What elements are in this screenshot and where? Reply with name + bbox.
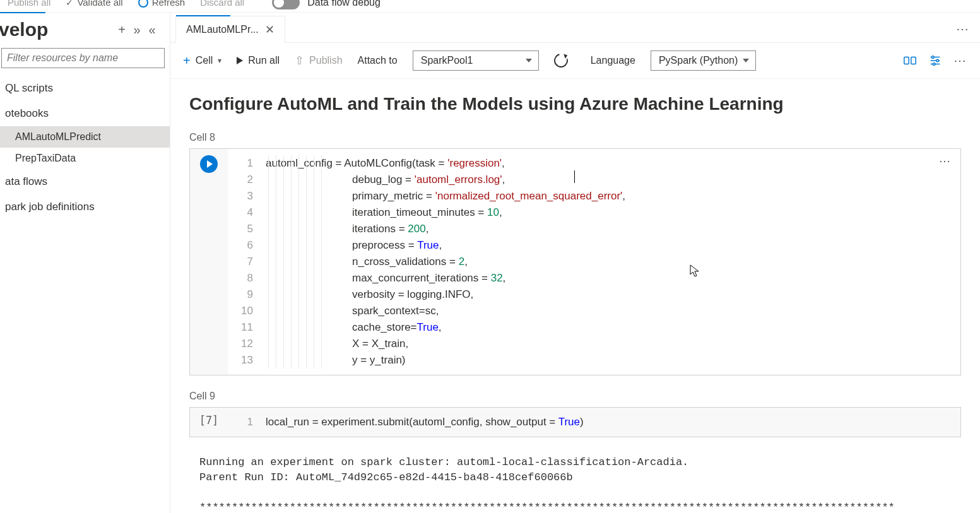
notebook-heading: Configure AutoML and Train the Models us… [189, 94, 961, 114]
code-line: 12 X = X_train, [238, 336, 950, 352]
code-editor-9[interactable]: 1local_run = experiment.submit(automl_co… [228, 408, 960, 437]
exec-count-9: [7] [199, 414, 219, 427]
tab-close-icon[interactable]: ✕ [265, 23, 275, 37]
code-line: 9 verbosity = logging.INFO, [238, 286, 950, 303]
tab-label: AMLautoMLPr... [186, 24, 259, 35]
notebook-body: Configure AutoML and Train the Models us… [170, 79, 980, 513]
language-label: Language [591, 55, 635, 66]
code-line: 3 primary_metric = 'normalized_root_mean… [238, 188, 950, 204]
notebook-more-button[interactable]: ⋯ [953, 53, 967, 68]
tab-automl[interactable]: AMLautoMLPr... ✕ [175, 16, 285, 43]
svg-point-7 [933, 63, 935, 66]
play-icon [237, 57, 243, 64]
code-line: 8 max_concurrent_iterations = 32, [238, 270, 950, 286]
svg-rect-0 [904, 57, 909, 64]
cell-8-more-button[interactable]: ⋯ [939, 154, 952, 168]
code-editor-8[interactable]: ⋯ 1automl_config = AutoMLConfig(task = '… [228, 149, 960, 375]
notebook-toolbar: + Cell ▾ Run all ⇧ Publish Attach to Spa… [170, 43, 980, 79]
tree-spark-jobs[interactable]: park job definitions [0, 194, 170, 220]
tree-data-flows[interactable]: ata flows [0, 169, 170, 194]
publish-notebook-button[interactable]: ⇧ Publish [295, 54, 342, 68]
run-all-button[interactable]: Run all [237, 55, 280, 66]
tab-bar: AMLautoMLPr... ✕ ⋯ [170, 13, 980, 43]
cell-output: Running an experiment on spark cluster: … [189, 452, 961, 513]
refresh-button[interactable]: Refresh [138, 0, 186, 8]
command-bar: Publish all ✓Validate all Refresh Discar… [0, 0, 980, 13]
add-cell-button[interactable]: + Cell ▾ [183, 54, 221, 68]
validate-all-button[interactable]: ✓Validate all [66, 0, 122, 8]
tabs-more-button[interactable]: ⋯ [956, 21, 970, 37]
session-refresh-icon[interactable] [552, 51, 570, 70]
svg-point-6 [936, 59, 939, 62]
code-line: 5 iterations = 200, [238, 221, 950, 237]
spark-pool-select[interactable]: SparkPool1 [413, 50, 539, 71]
upload-icon: ⇧ [295, 54, 304, 68]
code-line: 2 debug_log = 'automl_errors.log', [238, 172, 950, 188]
code-line: 13 y = y_train) [238, 352, 950, 369]
debug-label: Data flow debug [307, 0, 381, 8]
code-cell-8[interactable]: ⋯ 1automl_config = AutoMLConfig(task = '… [189, 148, 961, 375]
settings-icon[interactable] [928, 54, 942, 68]
tab-progress-bar [176, 15, 230, 16]
tree-sql-scripts[interactable]: QL scripts [0, 76, 170, 101]
code-line: 11 cache_store=True, [238, 319, 950, 336]
code-line: 6 preprocess = True, [238, 237, 950, 254]
chevron-down-icon: ▾ [218, 56, 221, 65]
collapse-sidebar-icon[interactable]: « [145, 22, 160, 37]
code-line: 1local_run = experiment.submit(automl_co… [238, 414, 950, 430]
add-resource-button[interactable]: + [114, 22, 129, 37]
filter-input[interactable] [1, 48, 165, 68]
plus-icon: + [183, 54, 191, 68]
language-select[interactable]: PySpark (Python) [651, 50, 756, 71]
discard-all-button[interactable]: Discard all [200, 0, 244, 8]
code-line: 1automl_config = AutoMLConfig(task = 're… [238, 155, 950, 172]
variables-icon[interactable] [903, 54, 917, 68]
refresh-icon [138, 0, 148, 8]
cell-8-label: Cell 8 [189, 132, 961, 143]
sidebar-title: velop [0, 19, 114, 40]
svg-rect-1 [911, 57, 916, 64]
publish-all-button[interactable]: Publish all [8, 0, 50, 8]
tree-item-automl[interactable]: AMLautoMLPredict [0, 126, 170, 148]
expand-all-icon[interactable]: » [129, 22, 145, 37]
code-line: 7 n_cross_validations = 2, [238, 254, 950, 270]
run-cell-8-button[interactable] [200, 155, 218, 173]
code-cell-9[interactable]: [7] 1local_run = experiment.submit(autom… [189, 407, 961, 437]
attach-to-label: Attach to [358, 55, 398, 66]
tree-notebooks[interactable]: otebooks [0, 101, 170, 126]
debug-toggle[interactable] [272, 0, 300, 9]
sidebar: velop + » « QL scripts otebooks AMLautoM… [0, 13, 170, 513]
code-line: 4 iteration_timeout_minutes = 10, [238, 204, 950, 221]
publish-active-indicator [0, 12, 45, 13]
svg-point-5 [932, 56, 935, 59]
code-line: 10 spark_context=sc, [238, 303, 950, 319]
cell-9-label: Cell 9 [189, 391, 961, 402]
tree-item-preptaxi[interactable]: PrepTaxiData [0, 148, 170, 169]
